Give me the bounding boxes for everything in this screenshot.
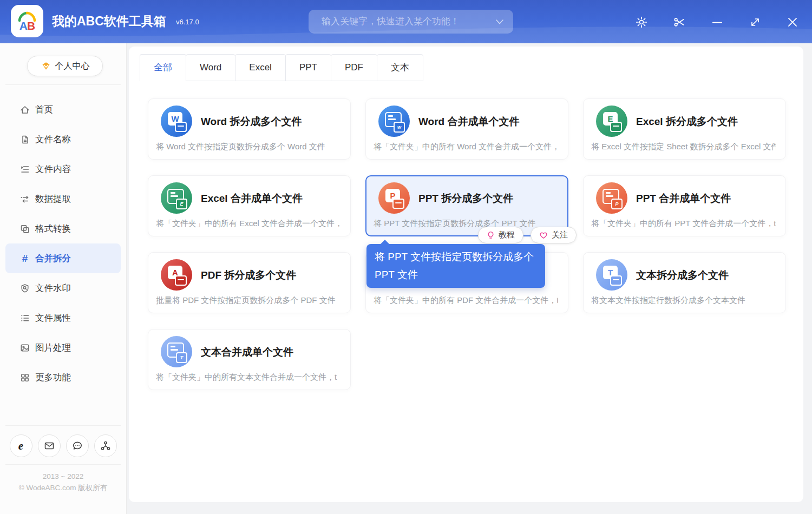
- search-input[interactable]: [309, 16, 496, 27]
- excel-merge-icon: E: [161, 182, 192, 214]
- card-desc: 将「文件夹」中的所有 Excel 文件合并成一个文件，: [156, 219, 340, 229]
- divider: [5, 425, 121, 426]
- card-text-split[interactable]: T 文本拆分成多个文件 将文本文件按指定行数拆分成多个文本文件: [583, 252, 786, 313]
- resize-button[interactable]: [749, 16, 762, 29]
- pdf-split-icon: A: [161, 259, 192, 291]
- divider: [5, 84, 121, 85]
- scissors-icon: [673, 16, 686, 29]
- settings-button[interactable]: [635, 16, 648, 29]
- sidebar-item-format-convert[interactable]: 格式转换: [0, 214, 126, 243]
- word-split-icon: W: [161, 106, 192, 137]
- tab-pdf[interactable]: PDF: [331, 54, 377, 81]
- ie-icon: e: [18, 440, 23, 452]
- sidebar-item-file-props[interactable]: 文件属性: [0, 303, 126, 333]
- file-name-icon: [19, 134, 30, 145]
- gear-icon: [635, 16, 648, 29]
- card-excel-split[interactable]: E Excel 拆分成多个文件 将 Excel 文件按指定 Sheet 数拆分成…: [583, 98, 786, 160]
- card-desc: 将「文件夹」中的所有 Word 文件合并成一个文件，: [374, 142, 558, 152]
- app-version: v6.17.0: [176, 18, 199, 26]
- sidebar-item-watermark[interactable]: 文件水印: [0, 273, 126, 303]
- mail-link[interactable]: [38, 434, 61, 457]
- card-title: 文本合并成单个文件: [201, 345, 293, 359]
- close-button[interactable]: [786, 16, 799, 29]
- card-desc: 将「文件夹」中的所有 PPT 文件合并成一个文件，t: [591, 219, 776, 229]
- card-desc: 将文本文件按指定行数拆分成多个文本文件: [591, 295, 776, 306]
- divider: [5, 464, 121, 465]
- sidebar-item-data-extract[interactable]: 数据提取: [0, 184, 126, 214]
- card-title: Word 拆分成多个文件: [201, 115, 302, 129]
- gem-icon: [41, 61, 51, 71]
- mail-icon: [43, 440, 55, 452]
- file-props-icon: [19, 313, 30, 324]
- card-tooltip: 将 PPT 文件按指定页数拆分成多个 PPT 文件: [366, 244, 545, 288]
- share-network-icon: [100, 440, 112, 452]
- file-content-icon: [19, 164, 30, 175]
- tab-excel[interactable]: Excel: [235, 54, 286, 81]
- card-desc: 将「文件夹」中的所有 PDF 文件合并成一个文件，t: [374, 295, 558, 306]
- sidebar-item-merge-split[interactable]: # 合并拆分: [5, 243, 121, 273]
- card-title: Excel 合并成单个文件: [201, 192, 303, 206]
- lightbulb-icon: [487, 231, 495, 240]
- share-link[interactable]: [94, 434, 117, 457]
- card-text-merge[interactable]: T 文本合并成单个文件 将「文件夹」中的所有文本文件合并成一个文件，t: [148, 329, 351, 390]
- word-merge-icon: w: [378, 106, 410, 137]
- card-title: Excel 拆分成多个文件: [636, 115, 738, 129]
- home-icon: [19, 104, 30, 115]
- category-tabs: 全部 Word Excel PPT PDF 文本: [140, 54, 803, 81]
- tab-text[interactable]: 文本: [377, 54, 423, 81]
- sidebar-menu: 首页 文件名称 文件内容 数据提取: [0, 95, 126, 392]
- minimize-icon: [711, 16, 724, 29]
- card-ppt-merge[interactable]: P PPT 合并成单个文件 将「文件夹」中的所有 PPT 文件合并成一个文件，t: [583, 175, 786, 236]
- chat-link[interactable]: [66, 434, 89, 457]
- sidebar-item-more[interactable]: 更多功能: [0, 363, 126, 392]
- data-extract-icon: [19, 194, 30, 205]
- heart-icon: [539, 231, 548, 239]
- card-desc: 将 Word 文件按指定页数拆分成多个 Word 文件: [156, 142, 340, 152]
- card-excel-merge[interactable]: E Excel 合并成单个文件 将「文件夹」中的所有 Excel 文件合并成一个…: [148, 175, 351, 236]
- sidebar-item-file-content[interactable]: 文件内容: [0, 154, 126, 184]
- title-bar: AB 我的ABC软件工具箱 v6.17.0: [0, 0, 812, 43]
- tab-word[interactable]: Word: [186, 54, 235, 81]
- card-ppt-split[interactable]: P PPT 拆分成多个文件 将 PPT 文件按指定页数拆分成多个 PPT 文件 …: [365, 175, 568, 236]
- excel-split-icon: E: [596, 106, 627, 137]
- card-hover-actions: 教程 关注: [478, 227, 577, 243]
- card-title: PPT 拆分成多个文件: [418, 192, 513, 206]
- card-title: 文本拆分成多个文件: [636, 268, 729, 282]
- card-word-merge[interactable]: w Word 合并成单个文件 将「文件夹」中的所有 Word 文件合并成一个文件…: [365, 98, 568, 160]
- tutorial-button[interactable]: 教程: [478, 227, 523, 243]
- main-panel: 全部 Word Excel PPT PDF 文本 W Word 拆分成多个文件 …: [129, 47, 803, 502]
- chat-icon: [71, 440, 83, 452]
- copyright-owner: © WodeABC.com 版权所有: [0, 482, 126, 493]
- app-title: 我的ABC软件工具箱: [52, 13, 166, 30]
- screenshot-button[interactable]: [673, 16, 686, 29]
- personal-center-button[interactable]: 个人中心: [27, 56, 103, 76]
- tab-ppt[interactable]: PPT: [285, 54, 331, 81]
- sidebar: 个人中心 首页 文件名称 文件内容: [0, 43, 127, 514]
- image-icon: [19, 342, 30, 353]
- social-links: e: [0, 434, 126, 457]
- card-pdf-split[interactable]: A PDF 拆分成多个文件 批量将 PDF 文件按指定页数拆分成多个 PDF 文…: [148, 252, 351, 313]
- copyright-years: 2013 ~ 2022: [0, 471, 126, 482]
- card-title: PDF 拆分成多个文件: [201, 268, 296, 282]
- expand-icon: [749, 16, 762, 29]
- card-title: Word 合并成单个文件: [418, 115, 519, 129]
- format-convert-icon: [19, 223, 30, 234]
- follow-button[interactable]: 关注: [531, 227, 577, 243]
- text-split-icon: T: [596, 259, 627, 291]
- sidebar-item-home[interactable]: 首页: [0, 95, 126, 124]
- quick-search[interactable]: [309, 10, 513, 34]
- chevron-down-icon[interactable]: [496, 19, 503, 24]
- minimize-button[interactable]: [711, 16, 724, 29]
- close-icon: [786, 16, 799, 29]
- sidebar-item-file-name[interactable]: 文件名称: [0, 124, 126, 154]
- sidebar-item-image[interactable]: 图片处理: [0, 333, 126, 363]
- card-word-split[interactable]: W Word 拆分成多个文件 将 Word 文件按指定页数拆分成多个 Word …: [148, 98, 351, 160]
- tab-all[interactable]: 全部: [140, 54, 186, 81]
- card-title: PPT 合并成单个文件: [636, 192, 731, 206]
- card-desc: 批量将 PDF 文件按指定页数拆分成多个 PDF 文件: [156, 295, 340, 306]
- browser-link[interactable]: e: [10, 434, 32, 457]
- copyright: 2013 ~ 2022 © WodeABC.com 版权所有: [0, 471, 126, 493]
- card-desc: 将 Excel 文件按指定 Sheet 数拆分成多个 Excel 文件: [591, 142, 776, 152]
- text-merge-icon: T: [161, 336, 192, 367]
- ppt-merge-icon: P: [596, 182, 627, 214]
